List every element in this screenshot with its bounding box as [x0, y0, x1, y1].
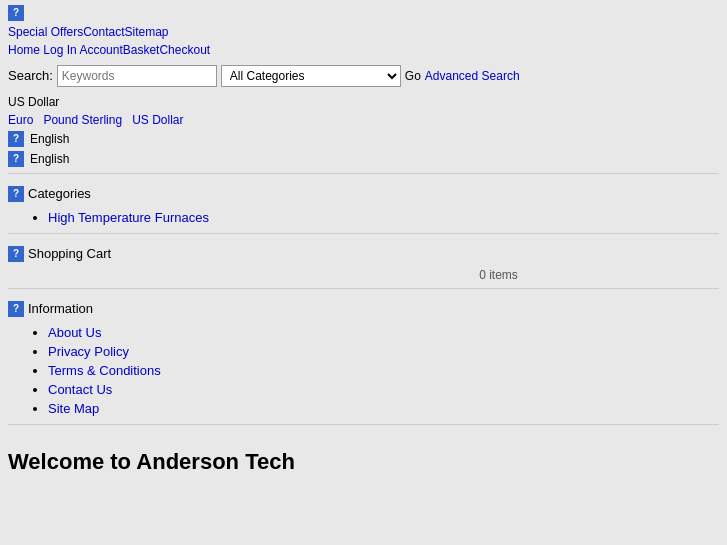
currency-current: US Dollar: [0, 93, 727, 111]
currency-label: US Dollar: [8, 95, 59, 109]
list-item: About Us: [48, 323, 719, 342]
currency-options: Euro Pound Sterling US Dollar: [0, 111, 727, 129]
shopping-cart-header: ? Shopping Cart: [0, 238, 727, 266]
top-icon: ?: [8, 5, 24, 21]
cart-items-text: 0 items: [479, 268, 518, 282]
language-label-1: English: [30, 132, 69, 146]
top-links: Special OffersContactSitemap: [0, 23, 727, 41]
cart-items-count: 0 items: [0, 266, 727, 284]
about-us-link[interactable]: About Us: [48, 325, 101, 340]
search-label: Search:: [8, 68, 53, 83]
login-link2[interactable]: Log In: [43, 43, 76, 57]
list-item: Contact Us: [48, 380, 719, 399]
currency-pound[interactable]: Pound Sterling: [43, 113, 122, 127]
high-temp-furnaces-link[interactable]: High Temperature Furnaces: [48, 210, 209, 225]
category-select[interactable]: All Categories High Temperature Furnaces: [221, 65, 401, 87]
flag-icon-1: ?: [8, 131, 24, 147]
categories-icon: ?: [8, 186, 24, 202]
currency-euro[interactable]: Euro: [8, 113, 33, 127]
currency-usd[interactable]: US Dollar: [132, 113, 183, 127]
categories-title: Categories: [28, 186, 91, 201]
flag-icon-2: ?: [8, 151, 24, 167]
information-icon: ?: [8, 301, 24, 317]
information-title: Information: [28, 301, 93, 316]
checkout-link[interactable]: Checkout: [159, 43, 210, 57]
list-item: Site Map: [48, 399, 719, 418]
list-item: Terms & Conditions: [48, 361, 719, 380]
basket-link[interactable]: Basket: [123, 43, 160, 57]
categories-header: ? Categories: [0, 178, 727, 206]
home-link[interactable]: Home: [8, 43, 40, 57]
sitemap-link[interactable]: Sitemap: [125, 25, 169, 39]
welcome-title: Welcome to Anderson Tech: [8, 449, 719, 475]
advanced-search-link[interactable]: Advanced Search: [425, 69, 520, 83]
list-item: High Temperature Furnaces: [48, 208, 719, 227]
language-row-1: ? English: [0, 129, 727, 149]
welcome-section: Welcome to Anderson Tech: [0, 429, 727, 483]
search-go-button[interactable]: Go: [405, 69, 421, 83]
shopping-cart-title: Shopping Cart: [28, 246, 111, 261]
categories-list: High Temperature Furnaces: [0, 206, 727, 229]
nav-links: Home Log In AccountBasketCheckout: [0, 41, 727, 59]
account-link2[interactable]: Account: [79, 43, 122, 57]
search-bar: Search: All Categories High Temperature …: [0, 59, 727, 93]
special-offers-link[interactable]: Special Offers: [8, 25, 83, 39]
privacy-policy-link[interactable]: Privacy Policy: [48, 344, 129, 359]
language-label-2: English: [30, 152, 69, 166]
contact-us-link[interactable]: Contact Us: [48, 382, 112, 397]
information-list: About Us Privacy Policy Terms & Conditio…: [0, 321, 727, 420]
list-item: Privacy Policy: [48, 342, 719, 361]
information-header: ? Information: [0, 293, 727, 321]
shopping-cart-icon: ?: [8, 246, 24, 262]
divider-4: [8, 424, 719, 425]
terms-conditions-link[interactable]: Terms & Conditions: [48, 363, 161, 378]
search-input[interactable]: [57, 65, 217, 87]
contact-link[interactable]: Contact: [83, 25, 124, 39]
divider-1: [8, 173, 719, 174]
divider-2: [8, 233, 719, 234]
language-row-2: ? English: [0, 149, 727, 169]
divider-3: [8, 288, 719, 289]
site-map-link[interactable]: Site Map: [48, 401, 99, 416]
